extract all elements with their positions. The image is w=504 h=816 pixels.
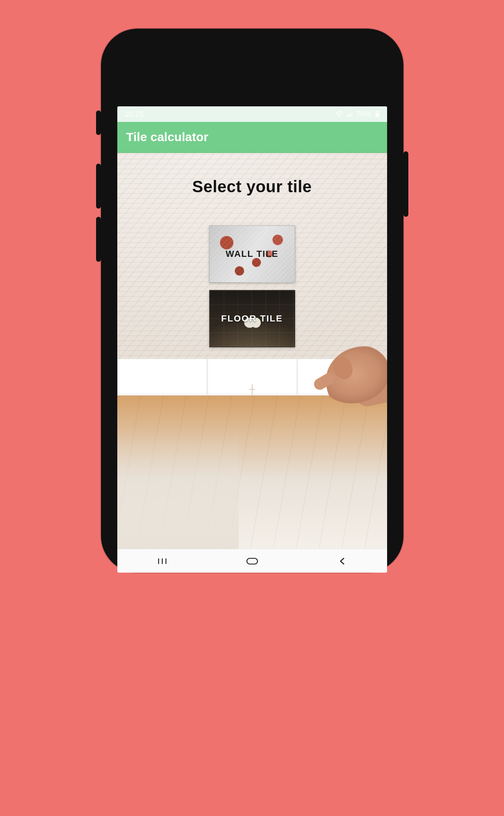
home-button[interactable] <box>236 554 269 569</box>
wifi-icon <box>336 111 343 117</box>
app-header: Tile calculator <box>117 122 387 153</box>
status-time: 10:25 <box>125 110 144 119</box>
svg-rect-1 <box>346 115 347 117</box>
phone-side-button <box>403 151 408 217</box>
svg-rect-3 <box>350 113 351 117</box>
screen: 10:25 <box>117 106 387 573</box>
floor-tile-label: FLOOR TILE <box>221 313 283 324</box>
phone-side-button <box>96 164 101 209</box>
phone-side-button <box>96 217 101 262</box>
svg-point-0 <box>339 116 340 117</box>
phone-side-button <box>96 110 101 135</box>
battery-text: 78% <box>356 110 372 119</box>
svg-rect-7 <box>376 112 378 116</box>
wall-tile-option[interactable]: WALL TILE <box>209 225 295 283</box>
content-area: Select your tile WALL TILE FLOOR TILE <box>117 153 387 549</box>
phone-frame: 10:25 <box>101 29 403 573</box>
status-bar: 10:25 <box>117 106 387 122</box>
svg-rect-2 <box>348 114 349 117</box>
svg-rect-8 <box>247 558 258 564</box>
page-title: Select your tile <box>192 178 312 196</box>
floor-tile-option[interactable]: FLOOR TILE <box>209 290 295 347</box>
tile-options: WALL TILE FLOOR TILE <box>209 225 295 347</box>
wall-tile-label: WALL TILE <box>226 249 278 259</box>
android-nav-bar <box>117 549 387 573</box>
back-button[interactable] <box>326 554 358 569</box>
signal-icon <box>346 111 353 117</box>
status-right: 78% <box>336 110 380 119</box>
app-title: Tile calculator <box>126 130 208 144</box>
recents-button[interactable] <box>146 554 179 569</box>
svg-rect-4 <box>352 112 353 117</box>
battery-icon <box>375 111 380 117</box>
